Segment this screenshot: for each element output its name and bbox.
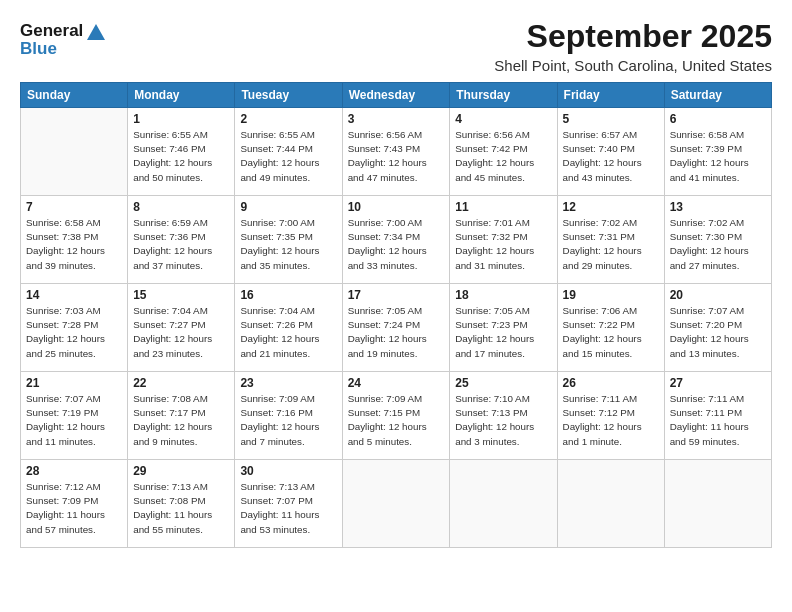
day-info: Sunrise: 7:10 AMSunset: 7:13 PMDaylight:… xyxy=(455,392,551,449)
day-info: Sunrise: 7:07 AMSunset: 7:20 PMDaylight:… xyxy=(670,304,766,361)
day-number: 8 xyxy=(133,200,229,214)
day-number: 30 xyxy=(240,464,336,478)
day-info: Sunrise: 7:00 AMSunset: 7:35 PMDaylight:… xyxy=(240,216,336,273)
day-info: Sunrise: 7:09 AMSunset: 7:16 PMDaylight:… xyxy=(240,392,336,449)
day-number: 22 xyxy=(133,376,229,390)
day-number: 21 xyxy=(26,376,122,390)
day-number: 17 xyxy=(348,288,445,302)
day-number: 12 xyxy=(563,200,659,214)
calendar-day-cell: 10Sunrise: 7:00 AMSunset: 7:34 PMDayligh… xyxy=(342,196,450,284)
calendar-header-saturday: Saturday xyxy=(664,83,771,108)
day-info: Sunrise: 6:56 AMSunset: 7:43 PMDaylight:… xyxy=(348,128,445,185)
calendar-day-cell: 12Sunrise: 7:02 AMSunset: 7:31 PMDayligh… xyxy=(557,196,664,284)
day-info: Sunrise: 7:11 AMSunset: 7:12 PMDaylight:… xyxy=(563,392,659,449)
calendar-day-cell: 11Sunrise: 7:01 AMSunset: 7:32 PMDayligh… xyxy=(450,196,557,284)
month-title: September 2025 xyxy=(494,18,772,55)
day-number: 23 xyxy=(240,376,336,390)
calendar-day-cell: 15Sunrise: 7:04 AMSunset: 7:27 PMDayligh… xyxy=(128,284,235,372)
calendar-day-cell: 30Sunrise: 7:13 AMSunset: 7:07 PMDayligh… xyxy=(235,460,342,548)
calendar-day-cell: 1Sunrise: 6:55 AMSunset: 7:46 PMDaylight… xyxy=(128,108,235,196)
day-number: 6 xyxy=(670,112,766,126)
day-number: 25 xyxy=(455,376,551,390)
day-info: Sunrise: 7:08 AMSunset: 7:17 PMDaylight:… xyxy=(133,392,229,449)
day-info: Sunrise: 6:58 AMSunset: 7:38 PMDaylight:… xyxy=(26,216,122,273)
day-number: 29 xyxy=(133,464,229,478)
calendar-day-cell: 24Sunrise: 7:09 AMSunset: 7:15 PMDayligh… xyxy=(342,372,450,460)
day-info: Sunrise: 6:57 AMSunset: 7:40 PMDaylight:… xyxy=(563,128,659,185)
day-info: Sunrise: 7:11 AMSunset: 7:11 PMDaylight:… xyxy=(670,392,766,449)
calendar-day-cell: 25Sunrise: 7:10 AMSunset: 7:13 PMDayligh… xyxy=(450,372,557,460)
calendar-day-cell: 8Sunrise: 6:59 AMSunset: 7:36 PMDaylight… xyxy=(128,196,235,284)
day-number: 24 xyxy=(348,376,445,390)
day-info: Sunrise: 7:09 AMSunset: 7:15 PMDaylight:… xyxy=(348,392,445,449)
logo-icon xyxy=(85,22,107,42)
calendar-week-row: 21Sunrise: 7:07 AMSunset: 7:19 PMDayligh… xyxy=(21,372,772,460)
calendar-day-cell: 18Sunrise: 7:05 AMSunset: 7:23 PMDayligh… xyxy=(450,284,557,372)
day-info: Sunrise: 7:00 AMSunset: 7:34 PMDaylight:… xyxy=(348,216,445,273)
calendar-header-friday: Friday xyxy=(557,83,664,108)
day-info: Sunrise: 6:55 AMSunset: 7:44 PMDaylight:… xyxy=(240,128,336,185)
day-number: 7 xyxy=(26,200,122,214)
calendar-header-row: SundayMondayTuesdayWednesdayThursdayFrid… xyxy=(21,83,772,108)
day-info: Sunrise: 7:03 AMSunset: 7:28 PMDaylight:… xyxy=(26,304,122,361)
day-number: 1 xyxy=(133,112,229,126)
calendar: SundayMondayTuesdayWednesdayThursdayFrid… xyxy=(20,82,772,548)
calendar-week-row: 1Sunrise: 6:55 AMSunset: 7:46 PMDaylight… xyxy=(21,108,772,196)
calendar-day-cell xyxy=(450,460,557,548)
calendar-day-cell: 2Sunrise: 6:55 AMSunset: 7:44 PMDaylight… xyxy=(235,108,342,196)
logo-line2: Blue xyxy=(20,40,107,59)
logo: General Blue xyxy=(20,22,107,59)
calendar-day-cell: 3Sunrise: 6:56 AMSunset: 7:43 PMDaylight… xyxy=(342,108,450,196)
calendar-header-sunday: Sunday xyxy=(21,83,128,108)
calendar-day-cell: 7Sunrise: 6:58 AMSunset: 7:38 PMDaylight… xyxy=(21,196,128,284)
calendar-day-cell: 27Sunrise: 7:11 AMSunset: 7:11 PMDayligh… xyxy=(664,372,771,460)
calendar-day-cell: 4Sunrise: 6:56 AMSunset: 7:42 PMDaylight… xyxy=(450,108,557,196)
calendar-day-cell: 17Sunrise: 7:05 AMSunset: 7:24 PMDayligh… xyxy=(342,284,450,372)
day-info: Sunrise: 6:59 AMSunset: 7:36 PMDaylight:… xyxy=(133,216,229,273)
calendar-week-row: 14Sunrise: 7:03 AMSunset: 7:28 PMDayligh… xyxy=(21,284,772,372)
calendar-day-cell: 22Sunrise: 7:08 AMSunset: 7:17 PMDayligh… xyxy=(128,372,235,460)
day-number: 18 xyxy=(455,288,551,302)
calendar-header-wednesday: Wednesday xyxy=(342,83,450,108)
day-number: 11 xyxy=(455,200,551,214)
calendar-day-cell: 5Sunrise: 6:57 AMSunset: 7:40 PMDaylight… xyxy=(557,108,664,196)
day-info: Sunrise: 6:55 AMSunset: 7:46 PMDaylight:… xyxy=(133,128,229,185)
calendar-day-cell: 6Sunrise: 6:58 AMSunset: 7:39 PMDaylight… xyxy=(664,108,771,196)
calendar-header-tuesday: Tuesday xyxy=(235,83,342,108)
calendar-day-cell xyxy=(21,108,128,196)
day-info: Sunrise: 7:06 AMSunset: 7:22 PMDaylight:… xyxy=(563,304,659,361)
day-info: Sunrise: 7:05 AMSunset: 7:23 PMDaylight:… xyxy=(455,304,551,361)
calendar-day-cell: 28Sunrise: 7:12 AMSunset: 7:09 PMDayligh… xyxy=(21,460,128,548)
calendar-day-cell: 9Sunrise: 7:00 AMSunset: 7:35 PMDaylight… xyxy=(235,196,342,284)
day-number: 20 xyxy=(670,288,766,302)
day-info: Sunrise: 6:56 AMSunset: 7:42 PMDaylight:… xyxy=(455,128,551,185)
day-info: Sunrise: 7:04 AMSunset: 7:27 PMDaylight:… xyxy=(133,304,229,361)
calendar-week-row: 28Sunrise: 7:12 AMSunset: 7:09 PMDayligh… xyxy=(21,460,772,548)
calendar-header-thursday: Thursday xyxy=(450,83,557,108)
calendar-day-cell xyxy=(557,460,664,548)
day-info: Sunrise: 7:02 AMSunset: 7:30 PMDaylight:… xyxy=(670,216,766,273)
calendar-day-cell: 16Sunrise: 7:04 AMSunset: 7:26 PMDayligh… xyxy=(235,284,342,372)
day-info: Sunrise: 7:05 AMSunset: 7:24 PMDaylight:… xyxy=(348,304,445,361)
day-number: 14 xyxy=(26,288,122,302)
day-number: 27 xyxy=(670,376,766,390)
day-number: 13 xyxy=(670,200,766,214)
calendar-day-cell: 21Sunrise: 7:07 AMSunset: 7:19 PMDayligh… xyxy=(21,372,128,460)
day-number: 26 xyxy=(563,376,659,390)
day-info: Sunrise: 7:04 AMSunset: 7:26 PMDaylight:… xyxy=(240,304,336,361)
title-area: September 2025 Shell Point, South Caroli… xyxy=(494,18,772,74)
day-info: Sunrise: 7:12 AMSunset: 7:09 PMDaylight:… xyxy=(26,480,122,537)
day-number: 5 xyxy=(563,112,659,126)
calendar-day-cell xyxy=(342,460,450,548)
day-info: Sunrise: 7:07 AMSunset: 7:19 PMDaylight:… xyxy=(26,392,122,449)
calendar-day-cell: 19Sunrise: 7:06 AMSunset: 7:22 PMDayligh… xyxy=(557,284,664,372)
day-number: 15 xyxy=(133,288,229,302)
day-info: Sunrise: 7:02 AMSunset: 7:31 PMDaylight:… xyxy=(563,216,659,273)
calendar-day-cell: 13Sunrise: 7:02 AMSunset: 7:30 PMDayligh… xyxy=(664,196,771,284)
day-number: 16 xyxy=(240,288,336,302)
day-number: 19 xyxy=(563,288,659,302)
day-number: 3 xyxy=(348,112,445,126)
page: General Blue September 2025 Shell Point,… xyxy=(0,0,792,558)
day-info: Sunrise: 7:13 AMSunset: 7:08 PMDaylight:… xyxy=(133,480,229,537)
location-title: Shell Point, South Carolina, United Stat… xyxy=(494,57,772,74)
